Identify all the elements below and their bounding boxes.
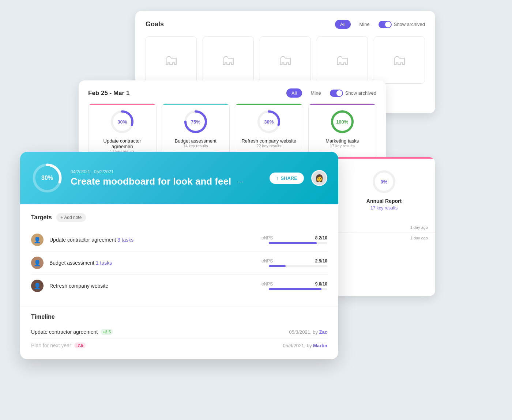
target-name: Budget assessment 1 tasks <box>49 260 256 266</box>
target-name: Update contractor agreement 3 tasks <box>49 237 256 243</box>
main-donut: 30% <box>31 162 63 194</box>
goals-folders: 🗂 🗂 🗂 🗂 🗂 <box>146 36 425 84</box>
metric-type: eNPS <box>261 235 273 241</box>
metric-type: eNPS <box>261 281 273 287</box>
donut-chart: 30% <box>109 109 135 135</box>
annual-donut: 0% <box>371 169 397 194</box>
annual-content: 0% Annual Report 17 key results <box>333 159 435 222</box>
timeline-row: Update contractor agreement +2.5 05/3/20… <box>31 325 327 339</box>
main-card-header: 30% 04/2/2021 - 05/2/2021 Create moodboa… <box>20 152 338 204</box>
sprint-toggle-label: Show archived <box>345 90 376 96</box>
goals-toggle-label: Show archived <box>394 22 425 27</box>
metric-value: 8.2/10 <box>315 235 327 241</box>
annual-name: Annual Report <box>366 198 402 204</box>
target-name: Refresh company website <box>49 283 256 289</box>
main-title-block: 04/2/2021 - 05/2/2021 Create moodboard f… <box>71 169 262 187</box>
main-date-range: 04/2/2021 - 05/2/2021 <box>71 169 262 174</box>
goals-header: Goals All Mine Show archived <box>146 20 425 29</box>
donut-chart: 100% <box>330 109 355 135</box>
goals-filter-all[interactable]: All <box>335 20 350 29</box>
folder-item[interactable]: 🗂 <box>146 36 197 84</box>
target-tasks-link[interactable]: 1 tasks <box>96 260 112 266</box>
goals-toggle-track[interactable] <box>379 21 392 28</box>
metric-value: 2.9/10 <box>315 258 327 264</box>
person-icon: 👤 <box>34 260 41 266</box>
goals-filter-mine[interactable]: Mine <box>354 20 375 29</box>
folder-icon: 🗂 <box>392 52 407 68</box>
targets-label: Targets <box>31 214 52 221</box>
donut-percent: 75% <box>191 119 200 125</box>
sprint-card-sub: 17 key results <box>330 144 355 148</box>
share-button[interactable]: ↑ SHARE <box>270 173 304 184</box>
goals-title: Goals <box>146 20 164 28</box>
annual-percent: 0% <box>381 179 388 185</box>
folder-item[interactable]: 🗂 <box>317 36 368 84</box>
sprint-filter-group: All Mine Show archived <box>286 88 376 98</box>
target-row: 👤 Budget assessment 1 tasks eNPS 2.9/10 <box>31 251 327 275</box>
sprint-card-name: Marketing tasks <box>325 138 359 144</box>
folder-item[interactable]: 🗂 <box>203 36 254 84</box>
sprint-archived-toggle[interactable]: Show archived <box>330 90 376 97</box>
donut-percent: 30% <box>264 119 274 125</box>
folder-item[interactable]: 🗂 <box>374 36 425 84</box>
target-tasks-link[interactable]: 3 tasks <box>117 237 133 243</box>
share-icon: ↑ <box>276 175 279 181</box>
main-card: 30% 04/2/2021 - 05/2/2021 Create moodboa… <box>20 152 338 359</box>
folder-item[interactable]: 🗂 <box>260 36 311 84</box>
sprint-task-card[interactable]: 100% Marketing tasks 17 key results <box>308 103 377 159</box>
targets-header: Targets + Add note <box>31 213 327 222</box>
target-avatar: 👤 <box>31 234 44 246</box>
timeline-badge: +2.5 <box>101 329 113 335</box>
sprint-task-card[interactable]: 30% Refresh company website 22 key resul… <box>235 103 303 159</box>
target-row: 👤 Update contractor agreement 3 tasks eN… <box>31 228 327 251</box>
donut-percent: 30% <box>117 119 127 125</box>
metric-bar <box>269 288 327 290</box>
more-options-icon[interactable]: ··· <box>237 177 243 186</box>
timeline-row: Plan for next year -7.5 05/3/2021, by Ma… <box>31 339 327 352</box>
donut-chart: 30% <box>256 109 282 135</box>
sprint-toggle-thumb <box>336 90 342 96</box>
target-avatar: 👤 <box>31 257 44 269</box>
target-avatar: 👤 <box>31 280 44 292</box>
metric-bar <box>269 265 327 267</box>
timeline-item-text: Plan for next year <box>31 343 71 348</box>
sprint-card-name: Refresh company website <box>241 138 296 144</box>
main-percent: 30% <box>41 175 53 181</box>
sprint-filter-all[interactable]: All <box>286 88 302 98</box>
target-metric: eNPS 8.2/10 <box>261 235 327 244</box>
goals-show-archived-toggle[interactable]: Show archived <box>379 21 425 28</box>
person-icon: 👤 <box>34 237 41 243</box>
metric-value: 9.0/10 <box>315 281 327 287</box>
sprint-card-sub: 22 key results <box>256 144 281 148</box>
sprint-toggle-track[interactable] <box>330 90 343 97</box>
folder-icon: 🗂 <box>221 52 236 68</box>
add-note-button[interactable]: + Add note <box>56 213 86 222</box>
sprint-card-name: Budget assessment <box>175 138 217 144</box>
sprint-cards-list: 30% Update contractor agreemen 17 key re… <box>88 103 376 159</box>
sprint-task-card[interactable]: 30% Update contractor agreemen 17 key re… <box>88 103 157 159</box>
goals-filter-group: All Mine Show archived <box>335 20 425 29</box>
timeline-meta: 05/3/2021, by Zac <box>289 329 327 335</box>
sprint-header: Feb 25 - Mar 1 All Mine Show archived <box>88 88 376 98</box>
sprint-task-card[interactable]: 75% Budget assessment 14 key results <box>162 103 230 159</box>
main-body: Targets + Add note 👤 Update contractor a… <box>20 204 338 306</box>
share-label: SHARE <box>281 175 297 181</box>
donut-percent: 100% <box>336 119 348 125</box>
sprint-card-name: Update contractor agreemen <box>94 138 151 149</box>
metric-label-row: eNPS 2.9/10 <box>261 258 327 264</box>
annual-time-ago: 1 day ago <box>333 222 435 232</box>
avatar: 👩 <box>311 170 327 186</box>
annual-time-ago2: 1 day ago <box>333 233 435 243</box>
target-metric: eNPS 2.9/10 <box>261 258 327 267</box>
timeline-item-text: Update contractor agreement <box>31 329 98 335</box>
folder-icon: 🗂 <box>164 52 178 68</box>
folder-icon: 🗂 <box>335 52 350 68</box>
sprint-filter-mine[interactable]: Mine <box>306 88 326 98</box>
sprint-card-sub: 14 key results <box>183 144 208 148</box>
timeline-author: Martin <box>313 343 327 348</box>
main-title: Create moodboard for look and feel <box>71 176 231 187</box>
avatar-image: 👩 <box>315 174 323 182</box>
metric-label-row: eNPS 9.0/10 <box>261 281 327 287</box>
timeline-section: Timeline Update contractor agreement +2.… <box>20 306 338 359</box>
metric-label-row: eNPS 8.2/10 <box>261 235 327 241</box>
